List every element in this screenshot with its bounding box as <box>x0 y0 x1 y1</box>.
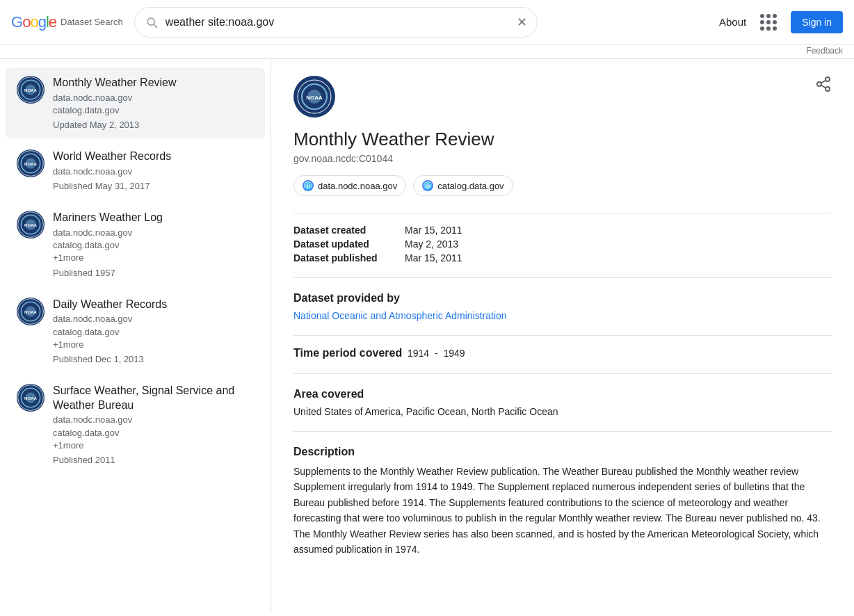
result-logo: NOAA <box>17 149 45 177</box>
noaa-logo-detail: NOAA <box>297 79 332 114</box>
dataset-created-label: Dataset created <box>293 225 405 236</box>
result-date: Published May 31, 2017 <box>53 181 254 191</box>
source-chip[interactable]: 🌐 catalog.data.gov <box>413 175 513 196</box>
dataset-created-row: Dataset created Mar 15, 2011 <box>293 225 832 236</box>
main-layout: NOAA Monthly Weather Reviewdata.nodc.noa… <box>0 59 854 613</box>
result-title: Mariners Weather Log <box>53 211 254 225</box>
dataset-search-label: Dataset Search <box>61 17 123 27</box>
result-item[interactable]: NOAA Mariners Weather Logdata.nodc.noaa.… <box>6 202 265 286</box>
noaa-logo-small: NOAA <box>17 150 44 177</box>
chip-label: data.nodc.noaa.gov <box>318 181 397 191</box>
divider-3 <box>293 335 832 336</box>
result-date: Published Dec 1, 2013 <box>53 354 254 364</box>
area-section: Area covered United States of America, P… <box>293 388 832 417</box>
result-extra-sources: +1more <box>53 339 254 351</box>
google-wordmark: Google <box>11 13 56 31</box>
svg-point-24 <box>825 77 830 81</box>
globe-icon: 🌐 <box>303 180 314 191</box>
dataset-updated-label: Dataset updated <box>293 238 405 250</box>
apps-dot <box>766 20 771 24</box>
svg-text:NOAA: NOAA <box>24 88 38 92</box>
provided-by-label: Dataset provided by <box>293 292 832 305</box>
feedback-link[interactable]: Feedback <box>806 46 843 56</box>
result-title: Monthly Weather Review <box>53 76 254 90</box>
result-sources: data.nodc.noaa.govcatalog.data.gov+1more <box>53 414 254 452</box>
svg-text:NOAA: NOAA <box>24 396 38 400</box>
result-extra-sources: +1more <box>53 252 254 264</box>
result-item[interactable]: NOAA Daily Weather Recordsdata.nodc.noaa… <box>6 289 265 373</box>
detail-title: Monthly Weather Review <box>293 129 832 150</box>
source-chip[interactable]: 🌐 data.nodc.noaa.gov <box>293 175 406 196</box>
result-source-item: catalog.data.gov <box>53 104 254 117</box>
provider-section: Dataset provided by National Oceanic and… <box>293 292 832 321</box>
sign-in-button[interactable]: Sign in <box>791 11 843 33</box>
globe-icon: 🌐 <box>422 180 433 191</box>
metadata-section: Dataset created Mar 15, 2011 Dataset upd… <box>293 225 832 264</box>
apps-dot <box>766 26 771 31</box>
time-period-label: Time period covered <box>293 347 402 359</box>
description-section: Description Supplements to the Monthly W… <box>293 446 832 557</box>
result-item[interactable]: NOAA Monthly Weather Reviewdata.nodc.noa… <box>6 67 265 138</box>
clear-search-icon[interactable]: ✕ <box>517 15 527 30</box>
result-date: Published 2011 <box>53 455 254 465</box>
noaa-logo-small: NOAA <box>17 211 44 238</box>
provider-link[interactable]: National Oceanic and Atmospheric Adminis… <box>293 310 507 321</box>
apps-dot <box>760 26 764 31</box>
source-chips: 🌐 data.nodc.noaa.gov🌐 catalog.data.gov <box>293 175 832 196</box>
result-source-item: data.nodc.noaa.gov <box>53 165 254 178</box>
svg-line-28 <box>821 81 826 83</box>
dataset-updated-value: May 2, 2013 <box>405 238 458 250</box>
sidebar: NOAA Monthly Weather Reviewdata.nodc.noa… <box>0 59 271 613</box>
result-title: World Weather Records <box>53 149 254 164</box>
result-date: Updated May 2, 2013 <box>53 120 254 130</box>
svg-text:NOAA: NOAA <box>24 161 38 166</box>
result-info: World Weather Recordsdata.nodc.noaa.govP… <box>53 149 254 191</box>
result-source-item: data.nodc.noaa.gov <box>53 414 254 426</box>
feedback-bar: Feedback <box>0 44 854 59</box>
result-logo: NOAA <box>17 384 45 412</box>
apps-dot <box>766 14 771 18</box>
svg-point-25 <box>817 82 821 86</box>
about-link[interactable]: About <box>719 16 746 28</box>
result-source-item: data.nodc.noaa.gov <box>53 227 254 239</box>
result-title: Surface Weather, Signal Service and Weat… <box>53 384 254 413</box>
description-text: Supplements to the Monthly Weather Revie… <box>293 464 832 557</box>
search-bar-wrapper: ✕ <box>134 7 538 38</box>
svg-text:NOAA: NOAA <box>24 222 38 227</box>
search-bar: ✕ <box>134 7 538 38</box>
search-input[interactable] <box>166 16 510 29</box>
detail-logo: NOAA <box>293 76 335 117</box>
apps-dot <box>773 14 777 18</box>
dataset-updated-row: Dataset updated May 2, 2013 <box>293 238 832 250</box>
google-logo[interactable]: Google Dataset Search <box>11 13 123 31</box>
result-item[interactable]: NOAA World Weather Recordsdata.nodc.noaa… <box>6 141 265 200</box>
result-source-item: data.nodc.noaa.gov <box>53 313 254 325</box>
svg-text:NOAA: NOAA <box>24 309 38 314</box>
result-source-item: catalog.data.gov <box>53 427 254 439</box>
result-sources: data.nodc.noaa.govcatalog.data.gov+1more <box>53 313 254 351</box>
apps-icon[interactable] <box>757 11 780 33</box>
noaa-logo-small: NOAA <box>17 298 44 325</box>
svg-text:NOAA: NOAA <box>306 95 323 101</box>
chip-label: catalog.data.gov <box>437 181 503 191</box>
time-period-range: 1914 - 1949 <box>405 348 465 359</box>
time-period-separator: - <box>435 348 438 359</box>
result-extra-sources: +1more <box>53 439 254 452</box>
header-right: About Sign in <box>719 11 843 33</box>
share-icon[interactable] <box>815 76 832 96</box>
result-date: Published 1957 <box>53 268 254 278</box>
apps-dot <box>760 14 764 18</box>
dataset-published-row: Dataset published Mar 15, 2011 <box>293 252 832 264</box>
result-item[interactable]: NOAA Surface Weather, Signal Service and… <box>6 375 265 473</box>
time-period-end: 1949 <box>443 348 465 359</box>
dataset-created-value: Mar 15, 2011 <box>405 225 462 236</box>
divider-4 <box>293 373 832 374</box>
result-sources: data.nodc.noaa.govcatalog.data.gov <box>53 92 254 117</box>
result-info: Mariners Weather Logdata.nodc.noaa.govca… <box>53 211 254 277</box>
result-info: Surface Weather, Signal Service and Weat… <box>53 384 254 465</box>
result-source-item: data.nodc.noaa.gov <box>53 92 254 104</box>
result-title: Daily Weather Records <box>53 298 254 312</box>
result-sources: data.nodc.noaa.govcatalog.data.gov+1more <box>53 227 254 265</box>
time-period-start: 1914 <box>408 348 429 359</box>
result-source-item: catalog.data.gov <box>53 326 254 339</box>
